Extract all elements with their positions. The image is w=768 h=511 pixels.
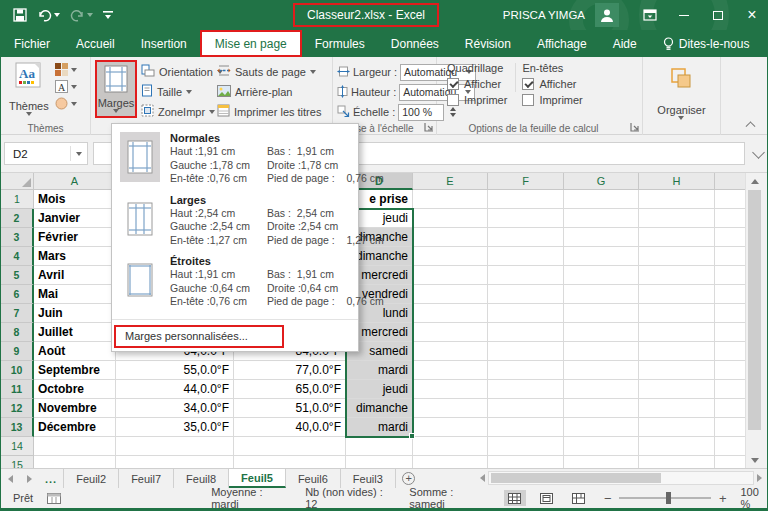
cell-x9[interactable]: [715, 342, 746, 361]
arri-re-plan-button[interactable]: Arrière-plan: [217, 83, 327, 100]
row-header-13[interactable]: 13: [1, 418, 34, 437]
ribbon-tab-affichage[interactable]: Affichage: [524, 30, 600, 57]
row-header-9[interactable]: 9: [1, 342, 34, 361]
row-header-5[interactable]: 5: [1, 266, 34, 285]
zoneimpr-button[interactable]: ZoneImpr: [141, 103, 213, 120]
save-icon[interactable]: [9, 5, 31, 25]
orientation-button[interactable]: Orientation: [141, 63, 213, 80]
cell-x5[interactable]: [715, 266, 746, 285]
cell-F8[interactable]: [488, 323, 564, 342]
cell-E1[interactable]: [413, 190, 488, 209]
cell-x6[interactable]: [715, 285, 746, 304]
sauts-de-page-button[interactable]: Sauts de page: [217, 63, 327, 80]
margins-menu-item--troites[interactable]: ÉtroitesHaut :1,91 cmBas : 1,91 cmGauche…: [112, 252, 358, 314]
cell-E6[interactable]: [413, 285, 488, 304]
cell-x10[interactable]: [715, 361, 746, 380]
row-header-4[interactable]: 4: [1, 247, 34, 266]
en-t-tes-imprimer-option[interactable]: Imprimer: [522, 94, 582, 106]
cell-x2[interactable]: [715, 209, 746, 228]
cell-F3[interactable]: [488, 228, 564, 247]
column-header-G[interactable]: G: [564, 173, 639, 190]
vertical-scrollbar[interactable]: [745, 173, 762, 468]
sheet-nav-right-icon[interactable]: [20, 469, 39, 488]
cell-x3[interactable]: [715, 228, 746, 247]
ribbon-tab-aide[interactable]: Aide: [600, 30, 650, 57]
cell-B11[interactable]: 44,0.0°F: [116, 380, 234, 399]
cell-G15[interactable]: [564, 456, 639, 468]
cell-A14[interactable]: [34, 437, 116, 456]
undo-dropdown-caret[interactable]: [54, 13, 60, 17]
vertical-scroll-thumb[interactable]: [748, 190, 761, 430]
cell-G6[interactable]: [564, 285, 639, 304]
cell-H10[interactable]: [639, 361, 715, 380]
cell-A13[interactable]: Décembre: [34, 418, 116, 437]
zoom-out-button[interactable]: −: [604, 491, 612, 506]
cell-B12[interactable]: 34,0.0°F: [116, 399, 234, 418]
cell-H2[interactable]: [639, 209, 715, 228]
column-header-F[interactable]: F: [488, 173, 564, 190]
cell-x12[interactable]: [715, 399, 746, 418]
cell-C13[interactable]: 40,0.0°F: [234, 418, 346, 437]
cell-G2[interactable]: [564, 209, 639, 228]
ribbon-tab-mise-en-page[interactable]: Mise en page: [200, 30, 302, 57]
zoom-in-button[interactable]: +: [719, 491, 727, 506]
cell-H12[interactable]: [639, 399, 715, 418]
formula-bar-expand-icon[interactable]: [752, 146, 765, 159]
cell-F5[interactable]: [488, 266, 564, 285]
cell-C11[interactable]: 65,0.0°F: [234, 380, 346, 399]
cell-E2[interactable]: [413, 209, 488, 228]
cell-G11[interactable]: [564, 380, 639, 399]
user-avatar-icon[interactable]: [595, 3, 619, 27]
row-header-14[interactable]: 14: [1, 437, 34, 456]
cell-x14[interactable]: [715, 437, 746, 456]
cell-A5[interactable]: Avril: [34, 266, 116, 285]
row-header-3[interactable]: 3: [1, 228, 34, 247]
zoom-slider-thumb[interactable]: [666, 492, 671, 504]
quadrillage-imprimer-option[interactable]: Imprimer: [447, 94, 507, 106]
cell-G3[interactable]: [564, 228, 639, 247]
cell-F14[interactable]: [488, 437, 564, 456]
customize-qat-icon[interactable]: [99, 6, 117, 24]
name-box-caret[interactable]: [76, 152, 82, 156]
cell-H9[interactable]: [639, 342, 715, 361]
cell-G5[interactable]: [564, 266, 639, 285]
cell-H3[interactable]: [639, 228, 715, 247]
cell-F12[interactable]: [488, 399, 564, 418]
cell-x8[interactable]: [715, 323, 746, 342]
cell-E9[interactable]: [413, 342, 488, 361]
checkbox-icon[interactable]: [447, 94, 459, 106]
cell-A2[interactable]: Janvier: [34, 209, 116, 228]
cell-H15[interactable]: [639, 456, 715, 468]
cell-C10[interactable]: 77,0.0°F: [234, 361, 346, 380]
imprimer-les-titres-button[interactable]: Imprimer les titres: [217, 103, 327, 120]
zoom-slider[interactable]: [619, 497, 710, 499]
row-header-2[interactable]: 2: [1, 209, 34, 228]
cell-G12[interactable]: [564, 399, 639, 418]
cell-x11[interactable]: [715, 380, 746, 399]
sheet-nav-left-icon[interactable]: [1, 469, 20, 488]
cell-A15[interactable]: [34, 456, 116, 468]
cell-G1[interactable]: [564, 190, 639, 209]
cell-H14[interactable]: [639, 437, 715, 456]
cell-E8[interactable]: [413, 323, 488, 342]
cell-D13[interactable]: mardi: [346, 418, 413, 437]
ribbon-tab-donn-es[interactable]: Données: [378, 30, 452, 57]
ribbon-tab-dites-le-nous[interactable]: Dites-le-nous: [650, 30, 763, 57]
sheet-overflow-button[interactable]: ...: [39, 469, 63, 488]
cell-F11[interactable]: [488, 380, 564, 399]
margins-menu-item-normales[interactable]: NormalesHaut :1,91 cmBas : 1,91 cmGauche…: [112, 129, 358, 191]
cell-E5[interactable]: [413, 266, 488, 285]
checkbox-icon[interactable]: [522, 94, 534, 106]
cell-A11[interactable]: Octobre: [34, 380, 116, 399]
cell-x13[interactable]: [715, 418, 746, 437]
cell-A10[interactable]: Septembre: [34, 361, 116, 380]
maximize-button[interactable]: [701, 0, 735, 30]
row-header-1[interactable]: 1: [1, 190, 34, 209]
arrange-button[interactable]: Organiser: [653, 63, 709, 123]
cell-D15[interactable]: [346, 456, 413, 468]
cell-A1[interactable]: Mois: [34, 190, 116, 209]
select-all-button[interactable]: [1, 173, 34, 190]
column-header-H[interactable]: H: [639, 173, 715, 190]
checkbox-icon[interactable]: [522, 78, 534, 90]
cell-A3[interactable]: Février: [34, 228, 116, 247]
